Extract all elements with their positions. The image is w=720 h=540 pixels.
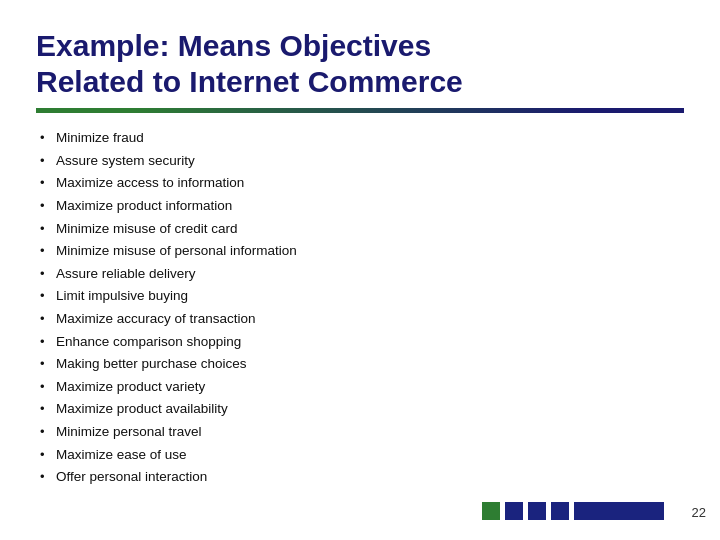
navy-rect-icon [574,502,664,520]
title-underline [36,108,684,113]
bullet-item-6: Assure reliable delivery [36,263,684,286]
bullet-list: Minimize fraudAssure system securityMaxi… [36,127,684,489]
bullet-item-3: Maximize product information [36,195,684,218]
bullet-item-1: Assure system security [36,150,684,173]
bullet-item-0: Minimize fraud [36,127,684,150]
title-line1: Example: Means Objectives [36,29,431,62]
bullet-item-14: Maximize ease of use [36,443,684,466]
navy-square-1-icon [505,502,523,520]
bullet-item-4: Minimize misuse of credit card [36,217,684,240]
navy-square-3-icon [551,502,569,520]
slide-title: Example: Means Objectives Related to Int… [36,28,684,100]
footer-shapes [482,502,664,520]
bullet-item-13: Minimize personal travel [36,421,684,444]
slide: Example: Means Objectives Related to Int… [0,0,720,540]
bullet-item-9: Enhance comparison shopping [36,330,684,353]
bullet-item-15: Offer personal interaction [36,466,684,489]
navy-square-2-icon [528,502,546,520]
bullet-item-12: Maximize product availability [36,398,684,421]
title-block: Example: Means Objectives Related to Int… [36,28,684,113]
bullet-item-5: Minimize misuse of personal information [36,240,684,263]
bullet-item-10: Making better purchase choices [36,353,684,376]
title-line2: Related to Internet Commerce [36,65,463,98]
bullet-item-7: Limit impulsive buying [36,285,684,308]
bullet-item-11: Maximize product variety [36,376,684,399]
footer-area [0,502,720,520]
green-square-icon [482,502,500,520]
page-number: 22 [692,505,706,520]
bullet-item-2: Maximize access to information [36,172,684,195]
bullet-item-8: Maximize accuracy of transaction [36,308,684,331]
